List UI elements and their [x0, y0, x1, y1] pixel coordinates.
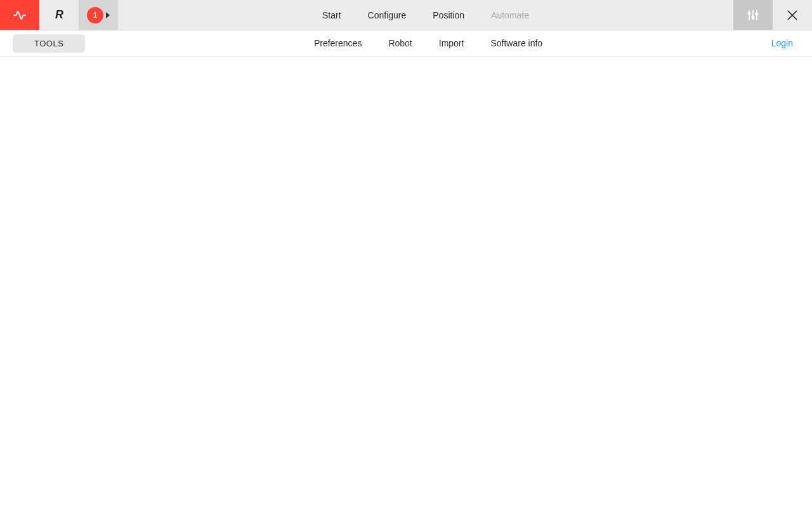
close-button[interactable]: [773, 0, 812, 30]
notification-button[interactable]: 1: [79, 0, 118, 30]
subnav-software-info[interactable]: Software info: [490, 38, 542, 48]
nav-configure[interactable]: Configure: [368, 10, 407, 20]
close-icon: [786, 9, 799, 22]
subbar-nav: Preferences Robot Import Software info: [85, 38, 771, 48]
topbar-nav: Start Configure Position Automate: [118, 0, 733, 30]
brand-text: R: [55, 8, 63, 22]
svg-point-4: [752, 16, 754, 18]
tools-button[interactable]: TOOLS: [13, 34, 85, 53]
brand-button[interactable]: R: [39, 0, 79, 30]
topbar-right-group: [733, 0, 812, 30]
subbar: TOOLS Preferences Robot Import Software …: [0, 30, 812, 57]
tools-label: TOOLS: [34, 39, 63, 48]
notification-badge: 1: [87, 7, 103, 23]
status-button[interactable]: [0, 0, 39, 30]
subnav-preferences[interactable]: Preferences: [314, 38, 362, 48]
nav-automate: Automate: [491, 10, 529, 20]
chevron-right-icon: [106, 12, 110, 18]
topbar-left-group: R 1: [0, 0, 118, 30]
svg-point-5: [756, 13, 757, 15]
svg-point-3: [749, 12, 750, 14]
settings-button[interactable]: [733, 0, 773, 30]
topbar: R 1 Start Configure Position Automate: [0, 0, 812, 30]
nav-start[interactable]: Start: [322, 10, 341, 20]
subnav-import[interactable]: Import: [439, 38, 464, 48]
sliders-icon: [747, 9, 759, 22]
pulse-icon: [13, 8, 27, 22]
login-link[interactable]: Login: [771, 38, 799, 48]
main-content: [0, 57, 812, 508]
subnav-robot[interactable]: Robot: [388, 38, 412, 48]
nav-position[interactable]: Position: [433, 10, 464, 20]
notification-count: 1: [93, 10, 97, 20]
subbar-right: Login: [771, 37, 799, 49]
